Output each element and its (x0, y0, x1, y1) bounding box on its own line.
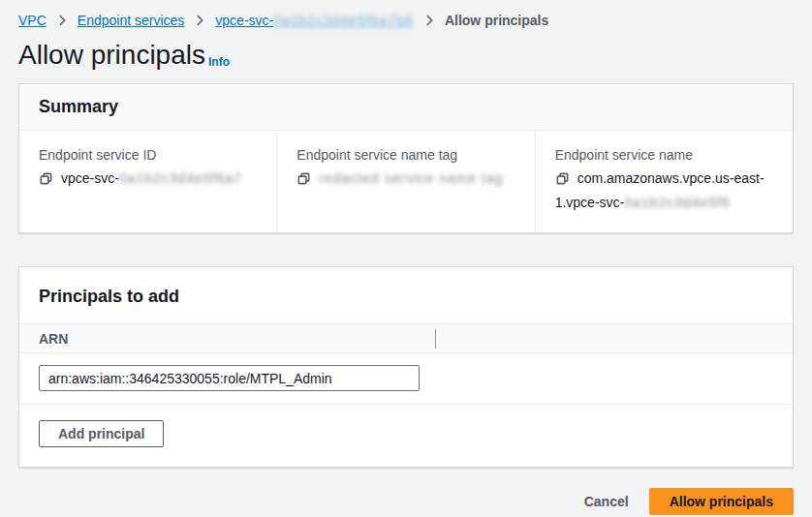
summary-field-endpoint-service-id: Endpoint service ID vpce-svc-0a1b2c3d4e5… (19, 131, 276, 232)
page-actions: Cancel Allow principals (18, 488, 794, 515)
copy-icon[interactable] (555, 170, 570, 192)
value-prefix: vpce-svc- (61, 170, 119, 186)
summary-grid: Endpoint service ID vpce-svc-0a1b2c3d4e5… (19, 131, 793, 232)
info-link[interactable]: Info (208, 55, 230, 69)
allow-principals-button[interactable]: Allow principals (649, 488, 794, 515)
summary-field-endpoint-service-name: Endpoint service name com.amazonaws.vpce… (535, 131, 793, 232)
principals-card: Principals to add ARN Add principal (18, 266, 794, 468)
value-redacted: 0a1b2c3d4e5f6a7 (119, 170, 242, 186)
principals-card-header: Principals to add (19, 267, 793, 323)
principals-card-footer: Add principal (19, 405, 793, 467)
page-title: Allow principals (18, 39, 205, 72)
principals-card-title: Principals to add (39, 287, 773, 307)
column-resize-handle[interactable] (435, 329, 436, 349)
breadcrumb-service-id-prefix: vpce-svc- (215, 13, 273, 28)
summary-card: Summary Endpoint service ID vpce-svc-0a1… (18, 83, 794, 233)
add-principal-button[interactable]: Add principal (39, 420, 164, 447)
breadcrumb-current-page: Allow principals (445, 13, 548, 28)
breadcrumb: VPC Endpoint services vpce-svc-0a1b2c3d4… (18, 0, 794, 28)
value-redacted: 0a1b2c3d4e5f6 (624, 195, 731, 210)
field-value: vpce-svc-0a1b2c3d4e5f6a7 (39, 167, 257, 192)
summary-card-header: Summary (19, 84, 793, 131)
cancel-button[interactable]: Cancel (572, 488, 641, 515)
summary-card-title: Summary (39, 97, 773, 117)
arn-column-header: ARN (39, 331, 435, 347)
breadcrumb-service-id-redacted: 0a1b2c3d4e5f6a7b8 (273, 13, 414, 28)
summary-field-endpoint-service-name-tag: Endpoint service name tag redacted servi… (276, 131, 534, 232)
field-label: Endpoint service name (555, 145, 773, 165)
chevron-right-icon (193, 14, 206, 27)
principals-table-header: ARN (19, 323, 793, 353)
page-title-row: Allow principals Info (18, 39, 794, 72)
principal-arn-row (19, 353, 793, 405)
breadcrumb-vpc-link[interactable]: VPC (18, 13, 47, 28)
allow-principals-page: VPC Endpoint services vpce-svc-0a1b2c3d4… (0, 0, 812, 515)
field-value: redacted service name tag (297, 167, 515, 192)
arn-input[interactable] (39, 365, 420, 391)
value-redacted: redacted service name tag (319, 170, 503, 186)
field-label: Endpoint service ID (39, 145, 257, 165)
breadcrumb-service-id-link[interactable]: vpce-svc-0a1b2c3d4e5f6a7b8 (215, 13, 414, 28)
field-label: Endpoint service name tag (297, 145, 515, 165)
chevron-right-icon (55, 14, 69, 27)
breadcrumb-endpoint-services-link[interactable]: Endpoint services (78, 13, 185, 28)
copy-icon[interactable] (39, 170, 53, 192)
copy-icon[interactable] (297, 170, 311, 192)
field-value: com.amazonaws.vpce.us-east-1.vpce-svc-0a… (555, 167, 773, 213)
chevron-right-icon (422, 14, 436, 27)
